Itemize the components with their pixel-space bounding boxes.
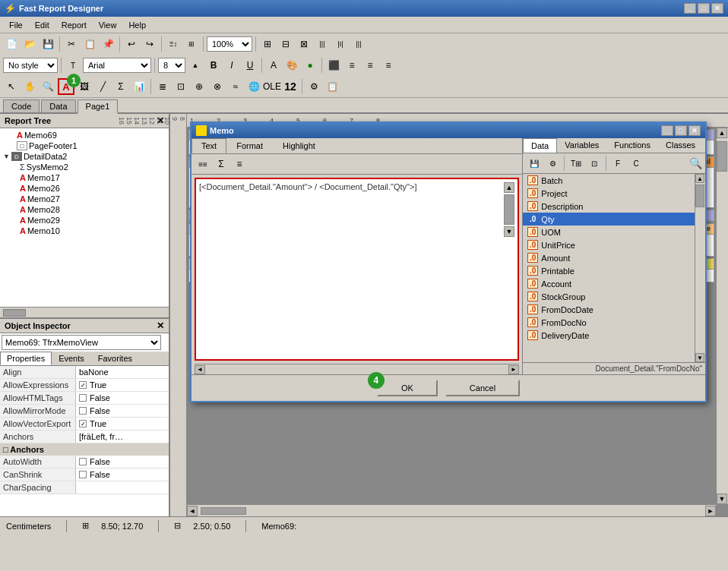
dialog-right-tab-classes[interactable]: Classes	[658, 138, 703, 153]
tb-tool-7[interactable]: ⊕	[191, 78, 207, 95]
insert-line[interactable]: ╱	[94, 78, 111, 95]
tree-scroll-thumb[interactable]	[3, 309, 26, 317]
data-item-deliverydate[interactable]: .0 DeliveryDate	[523, 329, 705, 342]
dialog-text-area[interactable]: [<Document_Detail."Amount"> / <Document_…	[195, 178, 519, 361]
undo-button[interactable]: ↩	[123, 36, 140, 52]
open-button[interactable]: 📂	[21, 36, 38, 52]
tb-tool-11[interactable]: OLE	[264, 78, 280, 95]
data-item-unitprice[interactable]: .0 UnitPrice	[523, 238, 705, 251]
data-item-amount[interactable]: .0 Amount	[523, 251, 705, 264]
tree-item-memo10[interactable]: A Memo10	[2, 226, 167, 236]
vscroll-thumb[interactable]	[717, 141, 727, 172]
snap-button[interactable]: ⊠	[296, 36, 312, 52]
tab-code[interactable]: Code	[3, 99, 40, 112]
font-color-button[interactable]: A	[265, 57, 282, 74]
data-item-fromdocdate[interactable]: .0 FromDocDate	[523, 303, 705, 316]
menu-report[interactable]: Report	[55, 19, 93, 31]
data-item-printable[interactable]: .0 Printable	[523, 264, 705, 277]
insert-shape[interactable]: Σ	[112, 78, 129, 95]
hscrollbar[interactable]: ◄ ►	[187, 504, 716, 516]
data-tb-3[interactable]: T⊞	[568, 155, 584, 172]
data-tb-2[interactable]: ⚙	[544, 155, 561, 172]
data-item-account[interactable]: .0 Account	[523, 277, 705, 290]
redo-button[interactable]: ↪	[141, 36, 158, 52]
dialog-tb-3[interactable]: ≡	[231, 156, 248, 172]
cancel-button[interactable]: Cancel	[445, 380, 520, 396]
oi-check-allowvector[interactable]: ✓	[79, 420, 87, 427]
minimize-button[interactable]: _	[684, 3, 696, 14]
tree-item-memo17[interactable]: A Memo17	[2, 172, 167, 183]
dialog-maximize[interactable]: □	[675, 125, 687, 136]
dialog-tb-2[interactable]: Σ	[213, 156, 229, 172]
data-tb-6[interactable]: C	[628, 155, 644, 172]
data-scroll-up[interactable]: ▲	[695, 174, 704, 183]
grid-button[interactable]: ⊞	[259, 36, 276, 52]
dialog-right-tab-variables[interactable]: Variables	[557, 138, 606, 153]
tb-btn-4[interactable]: |I|	[332, 36, 349, 52]
data-item-uom[interactable]: .0 UOM	[523, 226, 705, 238]
dialog-tab-format[interactable]: Format	[226, 138, 273, 153]
tree-item-memo26[interactable]: A Memo26	[2, 183, 167, 194]
data-item-description[interactable]: .0 Description	[523, 200, 705, 213]
italic-button[interactable]: I	[223, 57, 240, 74]
ta-scroll-thumb[interactable]	[504, 194, 514, 225]
menu-help[interactable]: Help	[122, 19, 152, 31]
new-button[interactable]: 📄	[3, 36, 20, 52]
tree-scrollbar-h[interactable]	[0, 307, 169, 317]
tb-btn-5[interactable]: |||	[350, 36, 367, 52]
ta-scroll-up[interactable]: ▲	[504, 182, 514, 193]
oi-tab-properties[interactable]: Properties	[0, 352, 52, 365]
collapse-icon-1[interactable]: ▼	[3, 153, 10, 160]
save-button[interactable]: 💾	[40, 36, 56, 52]
tb-btn-1[interactable]: Ξ↕	[165, 36, 182, 52]
ta-scroll-down[interactable]: ▼	[504, 226, 514, 237]
oi-tab-events[interactable]: Events	[52, 352, 91, 365]
tb-tool-9[interactable]: ≈	[227, 78, 244, 95]
tb-tool-5[interactable]: ≣	[154, 78, 171, 95]
close-button[interactable]: ✕	[711, 3, 723, 14]
align-center[interactable]: ≡	[343, 57, 360, 74]
tb-tool-10[interactable]: 🌐	[245, 78, 262, 95]
zoom-select[interactable]: 100%	[207, 36, 252, 52]
maximize-button[interactable]: □	[698, 3, 710, 14]
style-select[interactable]: No style	[3, 58, 58, 73]
data-vscrollbar[interactable]: ▲ ▼	[695, 174, 705, 362]
oi-check-allowmirror[interactable]	[79, 407, 87, 415]
hand-tool[interactable]: ✋	[21, 78, 38, 95]
dialog-tab-highlight[interactable]: Highlight	[273, 138, 325, 153]
data-search-icon[interactable]: 🔍	[689, 157, 702, 169]
data-item-fromdocno[interactable]: .0 FromDocNo	[523, 316, 705, 329]
align-left[interactable]: ⬛	[325, 57, 342, 74]
font-size-up[interactable]: ▲	[187, 57, 204, 74]
tb-btn-3[interactable]: |||	[314, 36, 331, 52]
tree-item-memo27[interactable]: A Memo27	[2, 194, 167, 204]
oi-tab-favorites[interactable]: Favorites	[91, 352, 139, 365]
hscroll-right[interactable]: ►	[705, 506, 716, 516]
menu-file[interactable]: File	[3, 19, 29, 31]
vscrollbar[interactable]: ▲ ▼	[716, 128, 728, 504]
tree-item-sysmemo2[interactable]: Σ SysMemo2	[2, 162, 167, 172]
dialog-hscroll-right[interactable]: ►	[508, 365, 519, 374]
tree-item-pagefooter[interactable]: □ PageFooter1	[2, 140, 167, 151]
dialog-right-tab-functions[interactable]: Functions	[606, 138, 658, 153]
font-select[interactable]: Arial	[83, 58, 151, 73]
bold-button[interactable]: B	[205, 57, 222, 74]
oi-check-autowidth[interactable]	[79, 458, 87, 465]
dialog-tab-text[interactable]: Text	[191, 138, 226, 153]
vscroll-up[interactable]: ▲	[717, 128, 727, 138]
zoom-tool[interactable]: 🔍	[40, 78, 56, 95]
tb-tool-12[interactable]: ⚙	[305, 78, 322, 95]
tree-item-memo29[interactable]: A Memo29	[2, 215, 167, 226]
data-item-batch[interactable]: .0 Batch	[523, 174, 705, 187]
menu-edit[interactable]: Edit	[29, 19, 55, 31]
dialog-hscroll-left[interactable]: ◄	[195, 365, 205, 374]
insert-chart[interactable]: 📊	[131, 78, 147, 95]
data-scroll-down[interactable]: ▼	[695, 353, 704, 362]
oi-check-allowexpr[interactable]: ✓	[79, 381, 87, 389]
align-button[interactable]: ⊟	[277, 36, 294, 52]
dialog-right-tab-data[interactable]: Data	[523, 138, 557, 153]
dialog-tb-1[interactable]: ≡≡	[195, 156, 211, 172]
data-item-qty[interactable]: .0 Qty	[523, 213, 705, 226]
tree-item-detaildata2[interactable]: ▼ D DetailData2	[2, 151, 167, 162]
data-tb-4[interactable]: ⊡	[586, 155, 603, 172]
